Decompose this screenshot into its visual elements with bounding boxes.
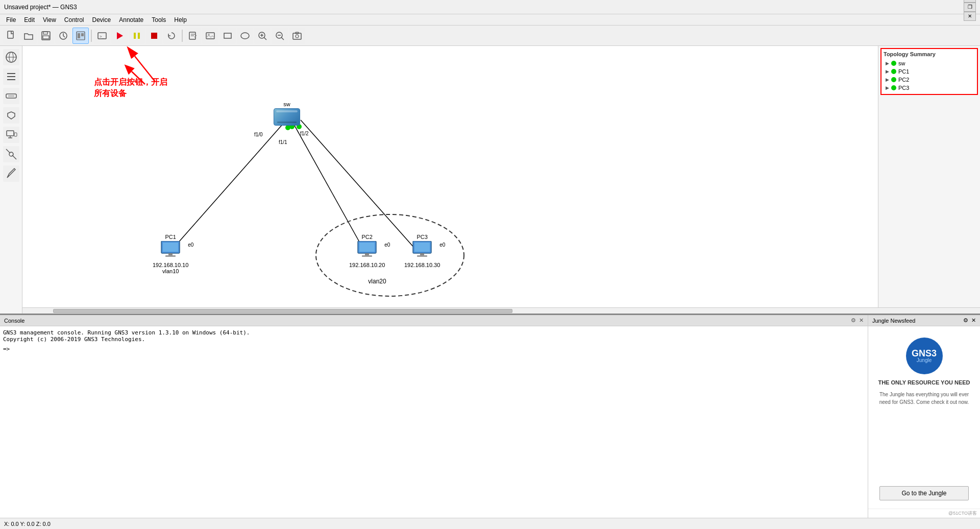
open-button[interactable] [20, 28, 37, 44]
start-all-button[interactable] [111, 28, 128, 44]
right-panel: Topology Summary ▶ sw ▶ PC1 ▶ PC2 [878, 46, 980, 307]
pc1-node[interactable]: PC1 e0 192.168.10.10 vlan10 [153, 234, 188, 274]
maximize-button[interactable]: ❐ [964, 3, 976, 12]
snapshot-button[interactable] [55, 28, 71, 44]
stop-all-button[interactable] [146, 28, 162, 44]
pc2-node[interactable]: PC2 e0 192.168.10.20 [349, 234, 385, 268]
console-body: GNS3 management console. Running GNS3 ve… [0, 326, 868, 518]
switch-label: sw [283, 101, 290, 107]
menu-control[interactable]: Control [60, 15, 88, 25]
svg-rect-68 [414, 243, 430, 252]
topo-label-pc3: PC3 [898, 85, 909, 91]
h-scroll-thumb[interactable] [53, 309, 512, 313]
status-bar: X: 0.0 Y: 0.0 Z: 0.0 [0, 518, 980, 529]
svg-rect-18 [206, 33, 214, 39]
newsfeed-tagline: THE ONLY RESOURCE YOU NEED [878, 379, 970, 386]
newsfeed-attribution: @51CTO讲客 [948, 511, 977, 516]
browse-routers-button[interactable] [3, 49, 19, 65]
pc1-name: PC1 [165, 234, 176, 240]
new-button[interactable] [3, 28, 19, 44]
browse-all-button[interactable] [3, 68, 19, 85]
topo-item-pc1[interactable]: ▶ PC1 [884, 67, 975, 76]
title-bar: Unsaved project* — GNS3 — ❐ ✕ [0, 0, 980, 14]
suspend-button[interactable] [129, 28, 145, 44]
sw-f11-label: f1/1 [279, 139, 287, 145]
console-line3: => [3, 346, 865, 352]
menu-help[interactable]: Help [170, 15, 191, 25]
console-close-icon[interactable]: ✕ [859, 317, 864, 324]
topo-label-sw: sw [898, 60, 905, 66]
add-ellipse-button[interactable] [237, 28, 253, 44]
edit-note-button[interactable] [185, 28, 201, 44]
annotation-line2: 所有设备 [94, 88, 167, 99]
gns3-logo: GNS3 Jungle [906, 338, 943, 374]
browse-security-button[interactable] [3, 107, 19, 124]
svg-line-46 [6, 149, 10, 153]
switch-node[interactable]: sw [274, 101, 300, 126]
sw-f10-label: f1/0 [254, 132, 263, 137]
window-title: Unsaved project* — GNS3 [4, 4, 77, 11]
newsfeed-header: Jungle Newsfeed ⚙ ✕ [868, 315, 980, 326]
newsfeed-close-icon[interactable]: ✕ [971, 317, 976, 324]
status-dot-pc1 [891, 69, 896, 74]
zoom-in-button[interactable] [254, 28, 271, 44]
topology-summary: Topology Summary ▶ sw ▶ PC1 ▶ PC2 [880, 48, 978, 95]
svg-point-54 [316, 214, 464, 296]
console-button[interactable]: >_ [94, 28, 110, 44]
horizontal-scrollbar[interactable] [22, 307, 980, 314]
add-image-button[interactable] [202, 28, 218, 44]
svg-rect-13 [151, 33, 157, 39]
go-to-jungle-button[interactable]: Go to the Jungle [879, 486, 969, 500]
svg-rect-0 [8, 31, 13, 38]
canvas-with-scrollbars: vlan20 [22, 46, 980, 314]
svg-rect-7 [81, 33, 84, 36]
svg-marker-40 [8, 112, 15, 119]
screenshot-button[interactable] [289, 28, 305, 44]
main-layout: vlan20 [0, 46, 980, 314]
reload-button[interactable] [163, 28, 180, 44]
add-link-button[interactable] [3, 146, 19, 162]
menu-annotate[interactable]: Annotate [115, 15, 148, 25]
status-coordinates: X: 0.0 Y: 0.0 Z: 0.0 [4, 521, 51, 527]
annotation-box: 点击开启按钮，开启 所有设备 [94, 77, 167, 100]
svg-rect-44 [14, 133, 17, 136]
network-canvas[interactable]: vlan20 [22, 46, 878, 307]
menu-view[interactable]: View [39, 15, 60, 25]
svg-line-48 [172, 120, 286, 250]
status-dot-pc2 [891, 77, 896, 82]
svg-line-49 [291, 120, 363, 249]
sw-f12-label: f1/2 [300, 131, 309, 136]
zoom-out-button[interactable] [272, 28, 288, 44]
left-sidebar [0, 46, 22, 314]
menu-device[interactable]: Device [88, 15, 115, 25]
pc2-iface: e0 [384, 242, 390, 248]
svg-rect-65 [365, 253, 369, 255]
topo-item-pc2[interactable]: ▶ PC2 [884, 76, 975, 84]
pc1-vlan: vlan10 [162, 268, 179, 274]
chevron-pc3-icon: ▶ [886, 85, 889, 90]
preferences-button[interactable] [72, 28, 89, 44]
topo-item-sw[interactable]: ▶ sw [884, 59, 975, 67]
topo-item-pc3[interactable]: ▶ PC3 [884, 84, 975, 92]
topo-label-pc2: PC2 [898, 77, 909, 83]
svg-point-21 [241, 33, 249, 39]
status-dot-pc3 [891, 85, 896, 90]
notes-button[interactable] [3, 165, 19, 182]
menu-file[interactable]: File [2, 15, 20, 25]
newsfeed-body: GNS3 Jungle THE ONLY RESOURCE YOU NEED T… [868, 326, 980, 509]
save-button[interactable] [38, 28, 54, 44]
browse-enddevices-button[interactable] [3, 127, 19, 143]
svg-text:>_: >_ [100, 34, 105, 39]
pc3-node[interactable]: PC3 e0 192.168.10.30 [404, 234, 440, 268]
chevron-pc2-icon: ▶ [886, 77, 889, 82]
browse-switches-button[interactable] [3, 88, 19, 104]
svg-rect-29 [293, 33, 301, 39]
close-button[interactable]: ✕ [964, 12, 976, 21]
add-rectangle-button[interactable] [219, 28, 236, 44]
menu-edit[interactable]: Edit [20, 15, 39, 25]
newsfeed-settings-icon[interactable]: ⚙ [963, 317, 968, 324]
menu-tools[interactable]: Tools [148, 15, 170, 25]
pc1-icon [159, 241, 182, 261]
console-settings-icon[interactable]: ⚙ [851, 317, 856, 324]
svg-rect-6 [78, 33, 80, 38]
